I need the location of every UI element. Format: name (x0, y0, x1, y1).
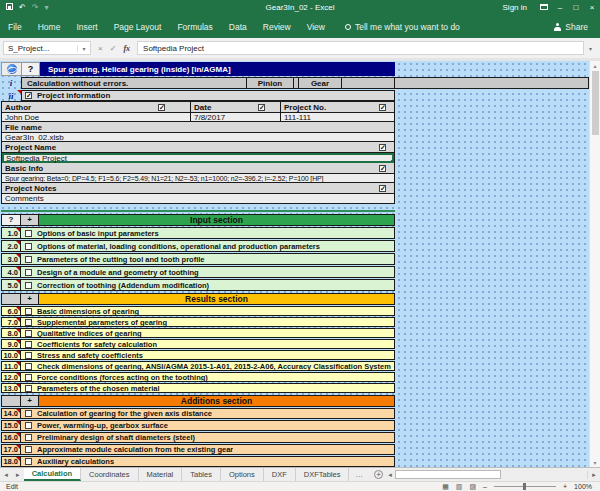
row-checkbox[interactable] (25, 458, 32, 465)
formula-input[interactable]: Softpedia Project (137, 41, 584, 55)
sheet-tab-tables[interactable]: Tables (182, 468, 221, 481)
h-scroll-left-icon[interactable]: ◂ (385, 471, 395, 479)
project-notes-value[interactable]: Comments (2, 194, 394, 203)
ribbon-display-options-icon[interactable] (536, 0, 552, 15)
row-checkbox[interactable] (25, 446, 32, 453)
row-checkbox[interactable] (25, 230, 32, 237)
calc-row[interactable]: 14.0 Calculation of gearing for the give… (1, 408, 395, 419)
file-name-value[interactable]: Gear3In_02.xlsb (2, 133, 394, 141)
section-help-button[interactable]: ? (1, 214, 21, 226)
calc-row[interactable]: 10.0 Stress and safety coefficients (1, 350, 395, 360)
page-break-view-icon[interactable]: ▨ (469, 483, 476, 490)
project-no-value[interactable]: 111-111 (281, 113, 394, 121)
zoom-in-icon[interactable]: + (563, 483, 567, 490)
tab-data[interactable]: Data (221, 22, 255, 32)
name-box-dropdown-icon[interactable]: ▾ (77, 45, 90, 52)
row-checkbox[interactable] (25, 410, 32, 417)
project-notes-checkbox[interactable]: ✓ (379, 185, 386, 192)
project-no-checkbox[interactable]: ✓ (379, 104, 386, 111)
share-button[interactable]: Share (553, 22, 600, 32)
normal-view-icon[interactable]: ▦ (442, 483, 449, 490)
save-icon[interactable] (6, 3, 13, 12)
section-expand-button[interactable]: + (21, 395, 39, 407)
row-checkbox[interactable] (25, 352, 32, 359)
row-checkbox[interactable] (25, 341, 32, 348)
page-layout-view-icon[interactable]: ▥ (456, 483, 463, 490)
calc-row[interactable]: 1.0 Options of basic input parameters (1, 227, 395, 239)
tell-me-box[interactable]: Tell me what you want to do (345, 22, 460, 32)
row-checkbox[interactable] (25, 282, 32, 289)
active-cell-project-name[interactable]: Softpedia Project (2, 153, 394, 163)
formula-bar-expand-icon[interactable]: ▾ (584, 45, 597, 52)
row-checkbox[interactable] (25, 256, 32, 263)
row-checkbox[interactable] (25, 269, 32, 276)
worksheet-area[interactable]: ? Spur gearing, Helical gearing (inside)… (0, 61, 600, 467)
help-button[interactable]: ? (22, 62, 40, 76)
date-checkbox[interactable]: ✓ (258, 104, 265, 111)
sheet-tab-coordinates[interactable]: Coordinates (81, 468, 138, 481)
tab-insert[interactable]: Insert (68, 22, 105, 32)
row-checkbox[interactable] (25, 422, 32, 429)
calc-row[interactable]: 18.0 Auxiliary calculations (1, 456, 395, 467)
calc-row[interactable]: 3.0 Parameters of the cutting tool and t… (1, 253, 395, 265)
h-scroll-thumb[interactable] (395, 470, 501, 479)
minimize-icon[interactable]: – (552, 0, 568, 15)
project-information-checkbox[interactable]: ✓ (25, 92, 32, 99)
project-name-checkbox[interactable]: ✓ (379, 144, 386, 151)
sheet-tab-options[interactable]: Options (221, 468, 264, 481)
row-checkbox[interactable] (25, 434, 32, 441)
calc-row[interactable]: 17.0 Approximate module calculation from… (1, 444, 395, 455)
tab-nav-left-icon[interactable]: ◂ (0, 468, 12, 481)
tab-overflow-icon[interactable]: … (349, 468, 369, 481)
tab-formulas[interactable]: Formulas (169, 22, 220, 32)
horizontal-scrollbar[interactable]: ◂ ▸ (383, 468, 600, 481)
fill-handle[interactable] (391, 160, 394, 163)
tab-review[interactable]: Review (255, 22, 299, 32)
row-checkbox[interactable] (25, 308, 32, 315)
cancel-entry-icon[interactable]: × (98, 44, 103, 53)
sheet-tab-material[interactable]: Material (139, 468, 183, 481)
zoom-slider-thumb[interactable] (523, 483, 526, 490)
tab-page-layout[interactable]: Page Layout (106, 22, 170, 32)
calc-row[interactable]: 15.0 Power, warming-up, gearbox surface (1, 420, 395, 431)
name-box[interactable]: S_Project... ▾ (3, 41, 91, 55)
row-checkbox[interactable] (25, 363, 32, 370)
h-scroll-right-icon[interactable]: ▸ (587, 471, 600, 479)
calc-row[interactable]: 11.0 Check dimensions of gearing, ANSI/A… (1, 361, 395, 371)
calc-row[interactable]: 2.0 Options of material, loading conditi… (1, 240, 395, 252)
calc-row[interactable]: 8.0 Qualitative indices of gearing (1, 328, 395, 338)
calc-row[interactable]: 13.0 Parameters of the chosen material (1, 383, 395, 393)
calc-row[interactable]: 9.0 Coefficients for safety calculation (1, 339, 395, 349)
tab-file[interactable]: File (0, 22, 30, 32)
enter-entry-icon[interactable]: ✓ (110, 44, 117, 53)
v-scroll-thumb[interactable] (592, 71, 599, 135)
calc-row[interactable]: 7.0 Supplemental parameters of gearing (1, 317, 395, 327)
scroll-up-icon[interactable]: ▴ (593, 62, 596, 69)
tab-view[interactable]: View (299, 22, 333, 32)
vertical-scrollbar[interactable]: ▴ ▾ (589, 61, 600, 467)
basic-info-value[interactable]: Spur gearing: Beta=0; DP=4.5; F1=5.6; F2… (2, 174, 394, 182)
sheet-tab-dxf[interactable]: DXF (264, 468, 296, 481)
maximize-icon[interactable]: □ (568, 0, 584, 15)
author-value[interactable]: John Doe (2, 113, 191, 121)
author-checkbox[interactable]: ✓ (158, 104, 165, 111)
section-expand-button[interactable]: + (21, 214, 39, 226)
insert-function-icon[interactable]: fx (123, 44, 130, 53)
basic-info-checkbox[interactable]: ✓ (379, 165, 386, 172)
web-link-button[interactable] (1, 62, 22, 76)
undo-icon[interactable]: ↶ (19, 4, 26, 12)
calc-row[interactable]: 6.0 Basic dimensions of gearing (1, 306, 395, 316)
sign-in-button[interactable]: Sign in (494, 3, 536, 12)
row-checkbox[interactable] (25, 374, 32, 381)
redo-icon[interactable]: ↷ (32, 4, 39, 12)
row-checkbox[interactable] (25, 385, 32, 392)
add-sheet-button[interactable]: + (374, 468, 383, 481)
tab-home[interactable]: Home (30, 22, 69, 32)
qat-dropdown-icon[interactable]: ▾ (44, 4, 48, 12)
zoom-out-icon[interactable]: – (483, 483, 487, 490)
scroll-down-icon[interactable]: ▾ (593, 459, 596, 466)
section-expand-button[interactable]: + (21, 293, 39, 305)
row-checkbox[interactable] (25, 330, 32, 337)
zoom-slider[interactable] (494, 486, 556, 487)
sheet-tab-calculation[interactable]: Calculation (24, 468, 81, 481)
